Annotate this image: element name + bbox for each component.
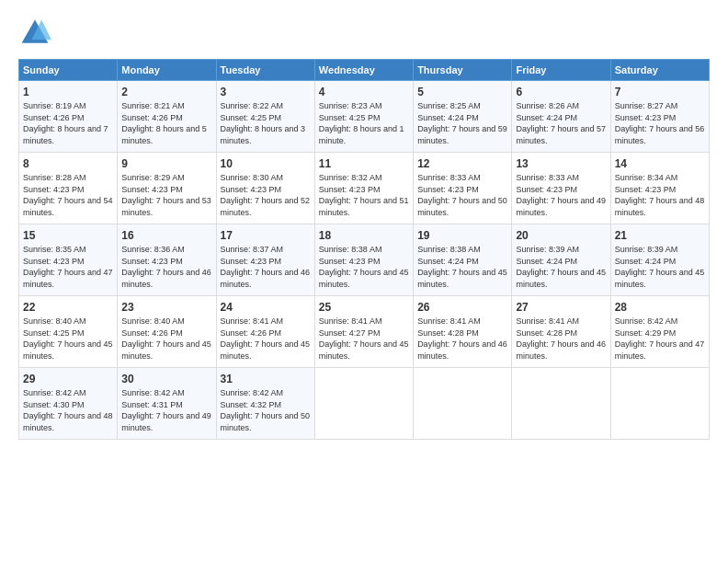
week-row-2: 8Sunrise: 8:28 AMSunset: 4:23 PMDaylight… — [19, 153, 710, 224]
col-header-tuesday: Tuesday — [216, 60, 314, 81]
day-number: 23 — [121, 300, 211, 315]
col-header-sunday: Sunday — [19, 60, 118, 81]
calendar-cell — [512, 368, 610, 440]
day-info: Sunrise: 8:35 AMSunset: 4:23 PMDaylight:… — [23, 244, 113, 290]
calendar-cell: 17Sunrise: 8:37 AMSunset: 4:23 PMDayligh… — [216, 224, 314, 296]
day-info: Sunrise: 8:41 AMSunset: 4:26 PMDaylight:… — [221, 316, 311, 362]
day-info: Sunrise: 8:33 AMSunset: 4:23 PMDaylight:… — [516, 172, 606, 218]
day-number: 20 — [516, 228, 606, 243]
day-info: Sunrise: 8:19 AMSunset: 4:26 PMDaylight:… — [23, 100, 113, 146]
col-header-thursday: Thursday — [414, 60, 512, 81]
calendar-cell: 26Sunrise: 8:41 AMSunset: 4:28 PMDayligh… — [414, 296, 512, 368]
day-info: Sunrise: 8:39 AMSunset: 4:24 PMDaylight:… — [615, 244, 705, 290]
calendar-cell: 10Sunrise: 8:30 AMSunset: 4:23 PMDayligh… — [216, 153, 314, 224]
day-info: Sunrise: 8:22 AMSunset: 4:25 PMDaylight:… — [221, 100, 311, 146]
calendar-cell: 15Sunrise: 8:35 AMSunset: 4:23 PMDayligh… — [19, 224, 118, 296]
calendar-cell: 8Sunrise: 8:28 AMSunset: 4:23 PMDaylight… — [19, 153, 118, 224]
day-info: Sunrise: 8:28 AMSunset: 4:23 PMDaylight:… — [23, 172, 113, 218]
calendar-cell: 9Sunrise: 8:29 AMSunset: 4:23 PMDaylight… — [118, 153, 216, 224]
day-info: Sunrise: 8:42 AMSunset: 4:29 PMDaylight:… — [615, 316, 705, 362]
day-number: 4 — [319, 85, 409, 99]
day-number: 15 — [23, 228, 113, 243]
day-number: 12 — [417, 156, 507, 171]
day-info: Sunrise: 8:40 AMSunset: 4:25 PMDaylight:… — [23, 316, 113, 362]
calendar-cell: 14Sunrise: 8:34 AMSunset: 4:23 PMDayligh… — [610, 153, 709, 224]
col-header-monday: Monday — [118, 60, 216, 81]
day-info: Sunrise: 8:41 AMSunset: 4:28 PMDaylight:… — [417, 316, 507, 362]
calendar-cell: 11Sunrise: 8:32 AMSunset: 4:23 PMDayligh… — [314, 153, 413, 224]
calendar-cell: 7Sunrise: 8:27 AMSunset: 4:23 PMDaylight… — [610, 81, 709, 153]
header — [18, 17, 710, 50]
day-info: Sunrise: 8:21 AMSunset: 4:26 PMDaylight:… — [121, 100, 211, 146]
day-number: 28 — [615, 300, 705, 315]
calendar-cell: 21Sunrise: 8:39 AMSunset: 4:24 PMDayligh… — [610, 224, 709, 296]
day-number: 7 — [615, 85, 705, 99]
day-number: 1 — [23, 85, 113, 99]
day-number: 18 — [319, 228, 409, 243]
day-number: 26 — [417, 300, 507, 315]
calendar-cell: 18Sunrise: 8:38 AMSunset: 4:23 PMDayligh… — [314, 224, 413, 296]
page: SundayMondayTuesdayWednesdayThursdayFrid… — [0, 0, 728, 563]
calendar-cell: 25Sunrise: 8:41 AMSunset: 4:27 PMDayligh… — [314, 296, 413, 368]
calendar-cell — [610, 368, 709, 440]
day-info: Sunrise: 8:38 AMSunset: 4:23 PMDaylight:… — [319, 244, 409, 290]
week-row-4: 22Sunrise: 8:40 AMSunset: 4:25 PMDayligh… — [19, 296, 710, 368]
calendar-table: SundayMondayTuesdayWednesdayThursdayFrid… — [18, 59, 710, 440]
day-number: 19 — [417, 228, 507, 243]
calendar-cell: 4Sunrise: 8:23 AMSunset: 4:25 PMDaylight… — [314, 81, 413, 153]
header-row: SundayMondayTuesdayWednesdayThursdayFrid… — [19, 60, 710, 81]
day-info: Sunrise: 8:29 AMSunset: 4:23 PMDaylight:… — [121, 172, 211, 218]
day-info: Sunrise: 8:33 AMSunset: 4:23 PMDaylight:… — [417, 172, 507, 218]
day-info: Sunrise: 8:41 AMSunset: 4:28 PMDaylight:… — [516, 316, 606, 362]
day-info: Sunrise: 8:41 AMSunset: 4:27 PMDaylight:… — [319, 316, 409, 362]
day-number: 24 — [221, 300, 311, 315]
calendar-cell: 12Sunrise: 8:33 AMSunset: 4:23 PMDayligh… — [414, 153, 512, 224]
day-info: Sunrise: 8:42 AMSunset: 4:30 PMDaylight:… — [23, 387, 113, 433]
calendar-cell: 20Sunrise: 8:39 AMSunset: 4:24 PMDayligh… — [512, 224, 610, 296]
day-info: Sunrise: 8:25 AMSunset: 4:24 PMDaylight:… — [417, 100, 507, 146]
day-info: Sunrise: 8:23 AMSunset: 4:25 PMDaylight:… — [319, 100, 409, 146]
calendar-cell: 16Sunrise: 8:36 AMSunset: 4:23 PMDayligh… — [118, 224, 216, 296]
week-row-1: 1Sunrise: 8:19 AMSunset: 4:26 PMDaylight… — [19, 81, 710, 153]
calendar-cell: 13Sunrise: 8:33 AMSunset: 4:23 PMDayligh… — [512, 153, 610, 224]
day-info: Sunrise: 8:30 AMSunset: 4:23 PMDaylight:… — [221, 172, 311, 218]
day-number: 16 — [121, 228, 211, 243]
day-number: 2 — [121, 85, 211, 99]
day-info: Sunrise: 8:27 AMSunset: 4:23 PMDaylight:… — [615, 100, 705, 146]
day-number: 22 — [23, 300, 113, 315]
day-info: Sunrise: 8:34 AMSunset: 4:23 PMDaylight:… — [615, 172, 705, 218]
day-number: 25 — [319, 300, 409, 315]
calendar-cell: 1Sunrise: 8:19 AMSunset: 4:26 PMDaylight… — [19, 81, 118, 153]
calendar-cell: 28Sunrise: 8:42 AMSunset: 4:29 PMDayligh… — [610, 296, 709, 368]
day-info: Sunrise: 8:39 AMSunset: 4:24 PMDaylight:… — [516, 244, 606, 290]
calendar-cell: 27Sunrise: 8:41 AMSunset: 4:28 PMDayligh… — [512, 296, 610, 368]
day-info: Sunrise: 8:42 AMSunset: 4:32 PMDaylight:… — [221, 387, 311, 433]
calendar-cell: 29Sunrise: 8:42 AMSunset: 4:30 PMDayligh… — [19, 368, 118, 440]
day-info: Sunrise: 8:32 AMSunset: 4:23 PMDaylight:… — [319, 172, 409, 218]
day-info: Sunrise: 8:42 AMSunset: 4:31 PMDaylight:… — [121, 387, 211, 433]
calendar-cell: 19Sunrise: 8:38 AMSunset: 4:24 PMDayligh… — [414, 224, 512, 296]
logo — [18, 17, 55, 50]
day-info: Sunrise: 8:38 AMSunset: 4:24 PMDaylight:… — [417, 244, 507, 290]
day-info: Sunrise: 8:40 AMSunset: 4:26 PMDaylight:… — [121, 316, 211, 362]
calendar-cell: 30Sunrise: 8:42 AMSunset: 4:31 PMDayligh… — [118, 368, 216, 440]
day-number: 11 — [319, 156, 409, 171]
calendar-cell: 5Sunrise: 8:25 AMSunset: 4:24 PMDaylight… — [414, 81, 512, 153]
day-number: 10 — [221, 156, 311, 171]
day-info: Sunrise: 8:36 AMSunset: 4:23 PMDaylight:… — [121, 244, 211, 290]
calendar-cell — [314, 368, 413, 440]
day-number: 9 — [121, 156, 211, 171]
week-row-5: 29Sunrise: 8:42 AMSunset: 4:30 PMDayligh… — [19, 368, 710, 440]
calendar-cell: 6Sunrise: 8:26 AMSunset: 4:24 PMDaylight… — [512, 81, 610, 153]
day-number: 17 — [221, 228, 311, 243]
day-number: 30 — [121, 372, 211, 386]
day-number: 21 — [615, 228, 705, 243]
calendar-cell: 31Sunrise: 8:42 AMSunset: 4:32 PMDayligh… — [216, 368, 314, 440]
day-number: 13 — [516, 156, 606, 171]
day-info: Sunrise: 8:26 AMSunset: 4:24 PMDaylight:… — [516, 100, 606, 146]
week-row-3: 15Sunrise: 8:35 AMSunset: 4:23 PMDayligh… — [19, 224, 710, 296]
calendar-cell: 24Sunrise: 8:41 AMSunset: 4:26 PMDayligh… — [216, 296, 314, 368]
calendar-cell: 3Sunrise: 8:22 AMSunset: 4:25 PMDaylight… — [216, 81, 314, 153]
calendar-cell: 22Sunrise: 8:40 AMSunset: 4:25 PMDayligh… — [19, 296, 118, 368]
calendar-cell: 23Sunrise: 8:40 AMSunset: 4:26 PMDayligh… — [118, 296, 216, 368]
